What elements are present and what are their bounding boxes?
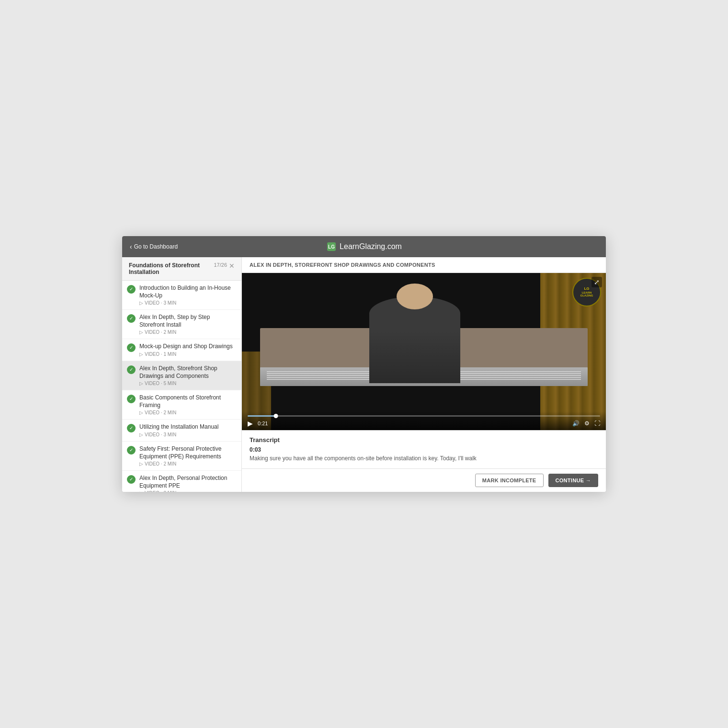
sidebar-item-3[interactable]: Mock-up Design and Shop Drawings ▷ VIDEO… [122, 339, 241, 361]
check-icon-2 [127, 314, 136, 323]
video-control-row: ▶ 0:21 🔊 ⚙ ⛶ [248, 420, 600, 427]
video-logo-subtext: LEARNGLAZING [580, 291, 593, 297]
svg-text:LG: LG [328, 244, 335, 250]
sidebar-item-content-8: Alex In Depth, Personal Protection Equip… [139, 475, 235, 492]
video-current-time: 0:21 [258, 421, 268, 426]
sidebar-item-content-1: Introduction to Building an In-House Moc… [139, 284, 235, 306]
lesson-title: ALEX IN DEPTH, STOREFRONT SHOP DRAWINGS … [242, 257, 606, 273]
main-content: Foundations of Storefront Installation 1… [122, 257, 606, 492]
action-bar: MARK INCOMPLETE CONTINUE → [242, 468, 606, 492]
video-expand-button[interactable]: ⤢ [592, 277, 602, 287]
video-icon-4: ▷ [139, 381, 143, 386]
video-logo-text: LG [584, 287, 589, 291]
sidebar-item-content-4: Alex In Depth, Storefront Shop Drawings … [139, 365, 235, 386]
video-icon-3: ▷ [139, 352, 143, 357]
sidebar-item-meta-1: ▷ VIDEO · 3 MIN [139, 300, 235, 306]
sidebar-item-5[interactable]: Basic Components of Storefront Framing ▷… [122, 390, 241, 420]
sidebar-item-4[interactable]: Alex In Depth, Storefront Shop Drawings … [122, 361, 241, 390]
sidebar-course-header: Foundations of Storefront Installation 1… [122, 257, 241, 281]
sidebar-close-button[interactable]: ✕ [229, 262, 235, 270]
continue-button[interactable]: CONTINUE → [548, 474, 599, 487]
sidebar-item-title-6: Utilizing the Installation Manual [139, 423, 235, 431]
sidebar-item-content-6: Utilizing the Installation Manual ▷ VIDE… [139, 423, 235, 437]
video-controls[interactable]: ▶ 0:21 🔊 ⚙ ⛶ [242, 411, 606, 430]
sidebar-course-title: Foundations of Storefront Installation [129, 262, 212, 275]
sidebar-item-meta-2: ▷ VIDEO · 2 MIN [139, 330, 235, 335]
video-progress-bar[interactable] [248, 415, 600, 417]
sidebar-item-meta-8: ▷ VIDEO · 3 MIN [139, 490, 235, 492]
check-icon-8 [127, 475, 136, 484]
sidebar-item-title-8: Alex In Depth, Personal Protection Equip… [139, 475, 235, 489]
top-nav: ‹ Go to Dashboard LG LearnGlazing.com [122, 236, 606, 257]
sidebar-item-title-2: Alex In Depth, Step by Step Storefront I… [139, 314, 235, 329]
video-icon-8: ▷ [139, 490, 143, 492]
back-chevron-icon: ‹ [130, 243, 132, 250]
check-icon-7 [127, 446, 136, 455]
check-icon-1 [127, 285, 136, 294]
video-icon-5: ▷ [139, 410, 143, 415]
sidebar[interactable]: Foundations of Storefront Installation 1… [122, 257, 242, 492]
mark-incomplete-button[interactable]: MARK INCOMPLETE [475, 474, 544, 487]
sidebar-item-7[interactable]: Safety First: Personal Protective Equipm… [122, 442, 241, 471]
video-controls-right: 🔊 ⚙ ⛶ [572, 420, 600, 427]
video-icon-6: ▷ [139, 432, 143, 437]
sidebar-item-8[interactable]: Alex In Depth, Personal Protection Equip… [122, 471, 241, 492]
video-settings-icon[interactable]: ⚙ [584, 420, 590, 427]
go-to-dashboard-label: Go to Dashboard [134, 243, 178, 250]
brand-name: LearnGlazing.com [340, 242, 402, 251]
go-to-dashboard-button[interactable]: ‹ Go to Dashboard [122, 236, 185, 257]
transcript-section: Transcript 0:03 Making sure you have all… [242, 430, 606, 468]
course-title-text: Foundations of Storefront Installation [129, 262, 200, 275]
sidebar-item-title-7: Safety First: Personal Protective Equipm… [139, 445, 235, 460]
transcript-text: Making sure you have all the components … [250, 455, 598, 463]
sidebar-item-meta-7: ▷ VIDEO · 2 MIN [139, 461, 235, 466]
check-icon-5 [127, 395, 136, 403]
video-volume-icon[interactable]: 🔊 [572, 420, 580, 427]
content-area: ALEX IN DEPTH, STOREFRONT SHOP DRAWINGS … [242, 257, 606, 492]
app-window: ‹ Go to Dashboard LG LearnGlazing.com Fo… [122, 236, 606, 492]
video-person-head [397, 284, 433, 309]
sidebar-item-title-1: Introduction to Building an In-House Moc… [139, 284, 235, 299]
check-icon-4 [127, 365, 136, 374]
brand-logo: LG LearnGlazing.com [326, 241, 402, 252]
check-icon-6 [127, 424, 136, 432]
sidebar-item-1[interactable]: Introduction to Building an In-House Moc… [122, 281, 241, 310]
video-play-button[interactable]: ▶ [248, 420, 253, 427]
sidebar-item-meta-6: ▷ VIDEO · 3 MIN [139, 432, 235, 437]
transcript-timestamp: 0:03 [250, 446, 598, 453]
course-progress: 17/26 [214, 262, 227, 268]
sidebar-item-content-2: Alex In Depth, Step by Step Storefront I… [139, 314, 235, 335]
sidebar-item-6[interactable]: Utilizing the Installation Manual ▷ VIDE… [122, 420, 241, 442]
video-icon-1: ▷ [139, 300, 143, 306]
video-icon-7: ▷ [139, 461, 143, 466]
video-fullscreen-icon[interactable]: ⛶ [594, 420, 600, 427]
video-progress-fill [248, 415, 276, 417]
video-player[interactable]: LG LEARNGLAZING ▶ 0:21 🔊 [242, 273, 606, 430]
transcript-title: Transcript [250, 436, 598, 444]
sidebar-item-meta-3: ▷ VIDEO · 1 MIN [139, 352, 235, 357]
sidebar-item-title-3: Mock-up Design and Shop Drawings [139, 343, 235, 351]
check-icon-3 [127, 343, 136, 352]
brand-icon: LG [326, 241, 337, 252]
sidebar-item-content-5: Basic Components of Storefront Framing ▷… [139, 394, 235, 415]
sidebar-item-title-5: Basic Components of Storefront Framing [139, 394, 235, 409]
sidebar-item-title-4: Alex In Depth, Storefront Shop Drawings … [139, 365, 235, 380]
sidebar-item-2[interactable]: Alex In Depth, Step by Step Storefront I… [122, 310, 241, 339]
sidebar-item-content-3: Mock-up Design and Shop Drawings ▷ VIDEO… [139, 343, 235, 357]
video-icon-2: ▷ [139, 330, 143, 335]
sidebar-item-meta-5: ▷ VIDEO · 2 MIN [139, 410, 235, 415]
video-progress-dot [273, 414, 278, 418]
sidebar-item-meta-4: ▷ VIDEO · 5 MIN [139, 381, 235, 386]
sidebar-item-content-7: Safety First: Personal Protective Equipm… [139, 445, 235, 466]
video-person [369, 296, 460, 383]
video-scene: LG LEARNGLAZING ▶ 0:21 🔊 [242, 273, 606, 430]
